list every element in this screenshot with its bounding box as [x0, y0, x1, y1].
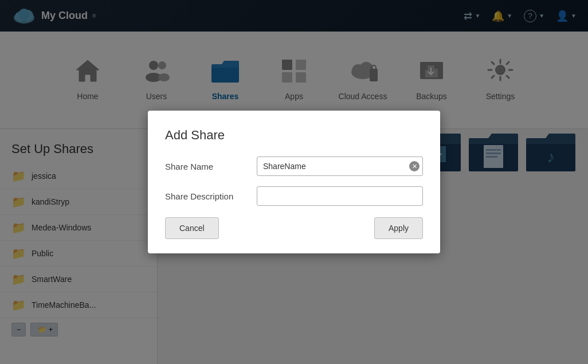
share-name-input-wrap: ✕: [257, 156, 423, 176]
share-description-label: Share Description: [165, 191, 257, 201]
share-name-field: Share Name ✕: [165, 156, 423, 176]
share-description-input-wrap: [257, 186, 423, 206]
cancel-button[interactable]: Cancel: [165, 217, 219, 239]
modal-overlay: Add Share Share Name ✕ Share Description…: [0, 0, 588, 364]
apply-button[interactable]: Apply: [374, 217, 423, 239]
share-description-input[interactable]: [257, 186, 423, 206]
share-name-label: Share Name: [165, 162, 257, 171]
clear-share-name-button[interactable]: ✕: [409, 161, 420, 171]
modal-title: Add Share: [165, 128, 423, 143]
modal-actions: Cancel Apply: [165, 217, 423, 239]
share-name-input[interactable]: [257, 156, 423, 176]
add-share-modal: Add Share Share Name ✕ Share Description…: [148, 111, 440, 253]
share-description-field: Share Description: [165, 186, 423, 206]
